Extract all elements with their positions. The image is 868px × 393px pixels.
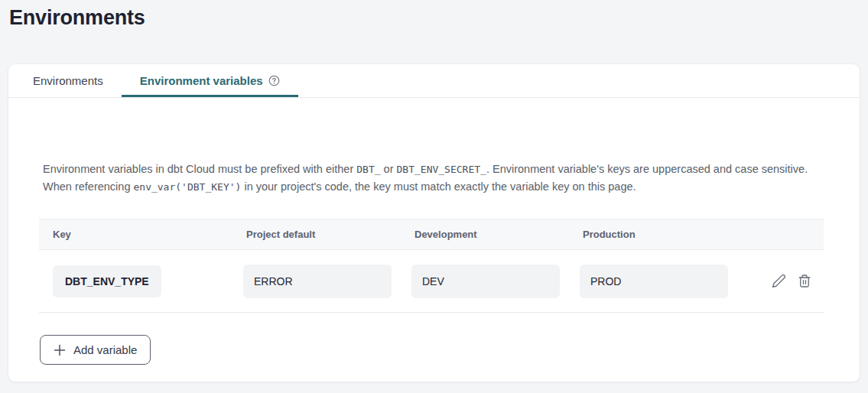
column-header-key: Key: [39, 229, 232, 240]
tab-environments-label: Environments: [33, 74, 103, 87]
development-value[interactable]: DEV: [411, 265, 560, 298]
project-default-cell: ERROR: [232, 265, 401, 298]
environment-variables-card: Environments Environment variables Envir…: [8, 63, 860, 382]
code-env-var-example: env_var('DBT_KEY'): [133, 181, 241, 193]
edit-pencil-icon[interactable]: [772, 274, 786, 288]
production-value[interactable]: PROD: [580, 265, 728, 298]
variable-key-cell: DBT_ENV_TYPE: [39, 265, 232, 297]
description-segment: or: [381, 163, 397, 175]
row-actions: [737, 274, 824, 288]
variable-key-chip: DBT_ENV_TYPE: [53, 265, 161, 297]
column-header-production: Production: [569, 229, 737, 240]
column-header-project-default: Project default: [232, 229, 401, 240]
add-variable-label: Add variable: [73, 343, 137, 356]
production-cell: PROD: [569, 265, 737, 298]
project-default-value[interactable]: ERROR: [243, 265, 392, 298]
plus-icon: [54, 344, 66, 356]
development-cell: DEV: [401, 265, 569, 298]
question-circle-icon[interactable]: [268, 75, 280, 86]
tab-environment-variables-label: Environment variables: [140, 74, 263, 87]
tab-content: Environment variables in dbt Cloud must …: [8, 161, 860, 365]
table-row: DBT_ENV_TYPE ERROR DEV PROD: [39, 250, 824, 313]
description-segment: Environment variables in dbt Cloud must …: [43, 163, 356, 175]
tab-environments[interactable]: Environments: [15, 64, 122, 97]
tab-bar: Environments Environment variables: [8, 64, 860, 98]
environment-variables-table: Key Project default Development Producti…: [39, 219, 824, 313]
add-variable-button[interactable]: Add variable: [40, 335, 151, 365]
description-text: Environment variables in dbt Cloud must …: [43, 161, 825, 196]
description-segment: in your project's code, the key must mat…: [241, 180, 636, 193]
code-dbt-env-secret-prefix: DBT_ENV_SECRET_: [397, 164, 486, 175]
page-title: Environments: [9, 6, 868, 30]
column-header-development: Development: [401, 229, 569, 240]
code-dbt-prefix: DBT_: [356, 164, 380, 175]
delete-trash-icon[interactable]: [798, 274, 811, 288]
table-header-row: Key Project default Development Producti…: [39, 219, 824, 250]
tab-environment-variables[interactable]: Environment variables: [122, 64, 298, 97]
